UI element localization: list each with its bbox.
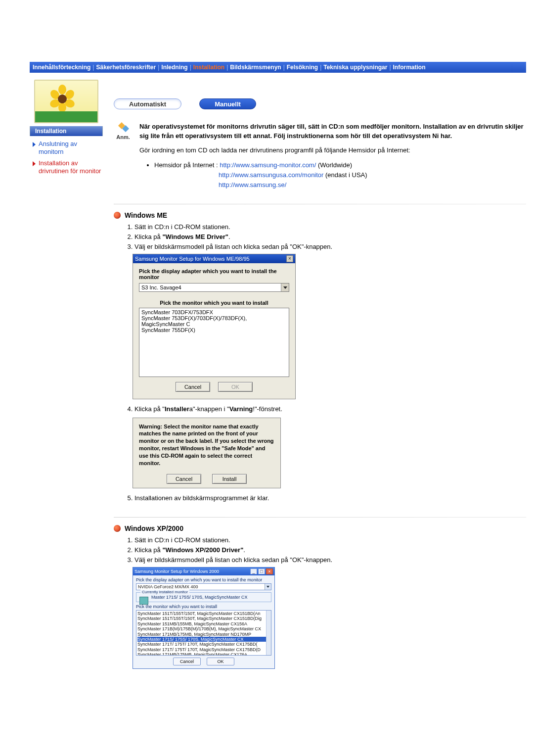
- dialog-label: Pick the display adapter on which you wa…: [136, 577, 271, 582]
- monitor-listbox[interactable]: SyncMaster 703DFX/753DFX SyncMaster 753D…: [139, 308, 289, 377]
- nav-link[interactable]: Bildskärmsmenyn: [230, 64, 281, 71]
- current-monitor-label: Master 171S/ 175S/ 170S, MagicSyncMaster…: [151, 595, 248, 600]
- bullet-icon: [114, 212, 121, 219]
- external-link[interactable]: http://www.samsungusa.com/monitor: [219, 171, 323, 179]
- section-heading-me: Windows ME: [125, 211, 167, 219]
- nav-link-active[interactable]: Installation: [193, 64, 224, 71]
- list-item: Klicka på "Windows XP/2000 Driver".: [134, 545, 526, 555]
- sidebar-item-label: Anslutning av monitorn: [39, 140, 102, 156]
- tab-automatic[interactable]: Automatiskt: [114, 98, 181, 109]
- tab-manual[interactable]: Manuellt: [199, 98, 256, 109]
- nav-link[interactable]: Information: [393, 64, 426, 71]
- cancel-button[interactable]: Cancel: [173, 658, 201, 665]
- note-icon-label: Anm.: [114, 134, 133, 140]
- cancel-button[interactable]: Cancel: [167, 474, 201, 484]
- install-button[interactable]: Install: [212, 474, 247, 484]
- list-item: Klicka på "Installera"-knappen i "Varnin…: [134, 404, 526, 414]
- list-item: Installationen av bildskärmsprogrammet ä…: [134, 493, 526, 503]
- warning-text: Warning: Select the monitor name that ex…: [139, 423, 274, 467]
- list-row[interactable]: SyncMaster 703DFX/753DFX: [141, 309, 287, 315]
- sidebar-title: Installation: [30, 126, 103, 136]
- thumbnail-image: [34, 80, 98, 123]
- list-row[interactable]: SyncMaster 171MB/175MB, MagicSyncMaster …: [137, 652, 270, 656]
- monitor-listbox[interactable]: SyncMaster 151T/155T/150T, MagicSyncMast…: [136, 610, 271, 656]
- top-nav: Innehållsförteckning| Säkerhetsföreskrif…: [30, 62, 526, 73]
- me-steps-cont: Klicka på "Installera"-knappen i "Varnin…: [134, 404, 526, 414]
- list-item: Välj er bildskärmsmodell på listan och k…: [134, 242, 526, 252]
- section-heading-xp: Windows XP/2000: [125, 524, 183, 532]
- dialog-label: Pick the monitor which you want to insta…: [136, 604, 271, 609]
- divider: [114, 517, 526, 518]
- nav-link[interactable]: Tekniska upplysningar: [323, 64, 387, 71]
- nav-link[interactable]: Säkerhetsföreskrifter: [96, 64, 156, 71]
- current-monitor-group: Currently installed monitor Master 171S/…: [136, 592, 271, 602]
- triangle-icon: [33, 161, 36, 166]
- combo-value: S3 Inc. Savage4: [141, 284, 181, 290]
- divider: [114, 204, 526, 204]
- nav-link[interactable]: Felsökning: [287, 64, 318, 71]
- list-item: Klicka på "Windows ME Driver".: [134, 232, 526, 242]
- monitor-icon: [139, 597, 148, 605]
- dialog-title: Samsung Monitor Setup for Windows 2000: [134, 569, 219, 574]
- note-icon: Anm.: [114, 122, 133, 140]
- minimize-icon[interactable]: _: [250, 568, 257, 574]
- external-link[interactable]: http://www.samsung-monitor.com/: [220, 161, 316, 169]
- triangle-icon: [33, 142, 36, 147]
- nav-link[interactable]: Innehållsförteckning: [33, 64, 90, 71]
- list-row[interactable]: SyncMaster 171T/ 175T/ 170T, MagicSyncMa…: [137, 647, 270, 652]
- me-steps: Sätt in CD:n i CD-ROM stationen. Klicka …: [134, 222, 526, 252]
- chevron-down-icon[interactable]: [281, 284, 289, 291]
- tabs: Automatiskt Manuellt: [114, 98, 526, 109]
- sidebar-item-active[interactable]: Installation av drivrutinen för monitor: [33, 159, 102, 176]
- main-content: Automatiskt Manuellt Anm. När operativsy…: [114, 78, 526, 674]
- list-row[interactable]: SyncMaster 151MB/155MB, MagicSyncMaster …: [137, 621, 270, 626]
- ok-button[interactable]: OK: [207, 658, 234, 665]
- list-row[interactable]: SyncMaster 171T/ 175T/ 170T, MagicSyncMa…: [137, 642, 270, 647]
- list-row[interactable]: SyncMaster 755DF(X): [141, 327, 287, 333]
- list-row[interactable]: SyncMaster 151T/155T/150T, MagicSyncMast…: [137, 616, 270, 621]
- sidebar: Installation Anslutning av monitorn Inst…: [30, 78, 103, 674]
- adapter-combo[interactable]: S3 Inc. Savage4: [139, 283, 289, 292]
- list-row[interactable]: SyncMaster 151T/155T/150T, MagicSyncMast…: [137, 611, 270, 616]
- close-icon[interactable]: ×: [266, 568, 273, 574]
- link-list-item: Hemsidor på Internet : http://www.samsun…: [154, 160, 526, 170]
- bullet-icon: [114, 525, 121, 532]
- list-item: Sätt in CD:n i CD-ROM stationen.: [134, 222, 526, 232]
- dialog-xp-setup: Samsung Monitor Setup for Windows 2000 _…: [133, 567, 275, 669]
- ok-button[interactable]: OK: [218, 382, 253, 392]
- dialog-me-setup: Samsung Monitor Setup for Windows ME/98/…: [133, 254, 296, 399]
- cancel-button[interactable]: Cancel: [176, 382, 210, 392]
- close-icon[interactable]: ×: [286, 255, 293, 262]
- list-item: Sätt in CD:n i CD-ROM stationen.: [134, 535, 526, 545]
- xp-steps: Sätt in CD:n i CD-ROM stationen. Klicka …: [134, 535, 526, 565]
- adapter-combo[interactable]: NVIDIA GeForce2 MX/MX 400: [136, 583, 271, 590]
- sidebar-item[interactable]: Anslutning av monitorn: [33, 140, 102, 156]
- me-steps-end: Installationen av bildskärmsprogrammet ä…: [134, 493, 526, 503]
- note-bold-text: När operativsystemet för monitorns drivr…: [139, 122, 526, 141]
- sidebar-item-label: Installation av drivrutinen för monitor: [39, 159, 102, 176]
- list-item: Välj er bildskärmsmodell på listan och k…: [134, 555, 526, 565]
- dialog-title: Samsung Monitor Setup for Windows ME/98/…: [135, 256, 250, 262]
- nav-link[interactable]: Inledning: [161, 64, 187, 71]
- list-row[interactable]: SyncMaster 171MB/175MB, MagicSyncMaster …: [137, 632, 270, 637]
- combo-value: NVIDIA GeForce2 MX/MX 400: [138, 584, 198, 589]
- dialog-warning: Warning: Select the monitor name that ex…: [133, 418, 281, 488]
- dialog-label: Pick the display adapter which you want …: [139, 268, 289, 280]
- list-row[interactable]: SyncMaster 753DF(X)/703DF(X)/783DF(X), M…: [141, 315, 287, 327]
- dialog-label: Pick the monitor which you want to insta…: [139, 300, 289, 306]
- list-row-selected[interactable]: SyncMaster 171S/ 175S/ 170S, MagicSyncMa…: [137, 637, 270, 642]
- note-text: Gör iordning en tom CD och ladda ner dri…: [139, 146, 526, 155]
- external-link[interactable]: http://www.samsung.se/: [219, 181, 286, 189]
- maximize-icon[interactable]: □: [258, 568, 265, 574]
- chevron-down-icon[interactable]: [265, 584, 271, 590]
- scrollbar[interactable]: [266, 611, 271, 655]
- list-row[interactable]: SyncMaster 171B(M)/175B(M)/170B(M), Magi…: [137, 626, 270, 631]
